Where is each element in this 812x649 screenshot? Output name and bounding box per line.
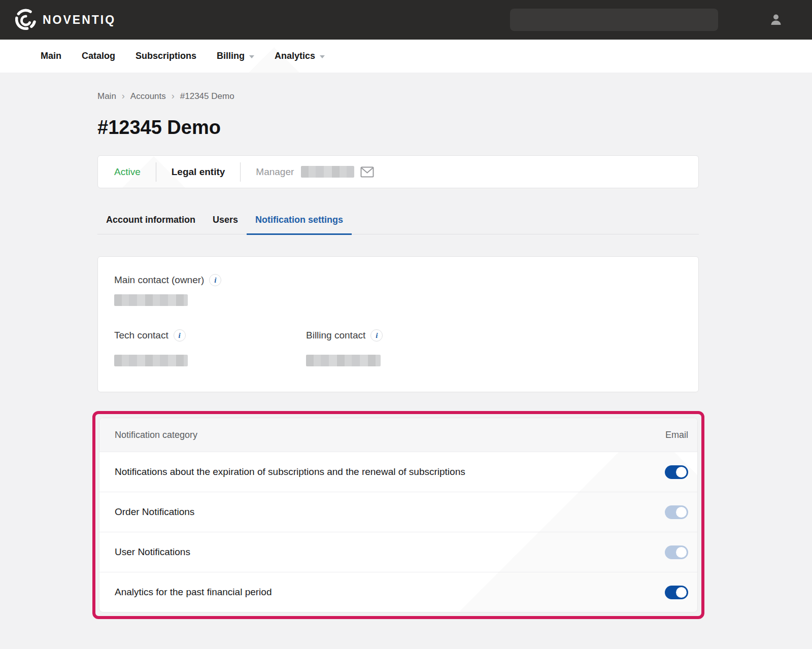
person-icon [769,13,783,27]
notification-row-label: Order Notifications [115,506,194,518]
table-row: User Notifications [99,532,697,572]
email-toggle-users [665,545,688,559]
account-tabs: Account information Users Notification s… [97,211,699,234]
breadcrumb-current: #12345 Demo [180,91,234,101]
billing-contact-label: Billing contact i [306,329,383,341]
notification-row-label: Notifications about the expiration of su… [115,466,465,477]
contacts-card: Main contact (owner) i Tech contact i Bi… [97,256,699,392]
column-header-email: Email [665,430,688,440]
user-account-button[interactable] [767,11,785,28]
page-content: Main › Accounts › #12345 Demo #12345 Dem… [0,73,812,649]
table-row: Order Notifications [99,492,697,532]
email-toggle-expiration[interactable] [665,465,688,479]
column-header-category: Notification category [115,430,197,440]
table-header-row: Notification category Email [99,418,697,452]
divider [240,162,241,182]
notification-row-label: Analytics for the past financial period [115,587,272,598]
nav-item-subscriptions[interactable]: Subscriptions [136,51,196,61]
nav-item-catalog[interactable]: Catalog [82,51,115,61]
nav-item-main[interactable]: Main [41,51,61,61]
toggle-knob [676,587,687,598]
nav-item-billing[interactable]: Billing [217,51,254,61]
info-icon[interactable]: i [209,274,221,286]
tab-account-information[interactable]: Account information [97,211,204,235]
tab-users[interactable]: Users [204,211,247,235]
breadcrumb-separator: › [172,91,175,101]
breadcrumb: Main › Accounts › #12345 Demo [97,73,699,101]
toggle-knob [676,467,687,477]
status-badge: Active [114,166,141,178]
breadcrumb-accounts[interactable]: Accounts [130,91,166,101]
redacted-manager-name [301,166,354,178]
search-input[interactable] [510,9,718,31]
toggle-knob [676,547,687,558]
redacted-billing-contact [306,355,381,366]
tab-notification-settings[interactable]: Notification settings [247,211,352,235]
noventiq-logo-icon [15,9,38,31]
tech-contact-label: Tech contact i [114,329,306,341]
page-title: #12345 Demo [97,116,699,139]
chevron-down-icon [249,55,254,58]
account-status-card: Active Legal entity Manager [97,155,699,188]
info-icon[interactable]: i [174,329,186,341]
info-icon[interactable]: i [370,329,383,341]
entity-type-label: Legal entity [172,166,225,178]
main-navigation: Main Catalog Subscriptions Billing Analy… [0,40,812,73]
email-envelope-icon[interactable] [360,166,374,178]
email-toggle-orders [665,505,688,519]
breadcrumb-main[interactable]: Main [97,91,116,101]
highlight-annotation: Notification category Email Notification… [92,411,704,619]
redacted-main-contact [114,294,188,306]
notification-settings-table: Notification category Email Notification… [99,418,698,612]
top-app-bar: NOVENTIQ [0,0,812,40]
toggle-knob [676,507,687,518]
brand-logo[interactable]: NOVENTIQ [15,9,116,31]
redacted-tech-contact [114,355,188,366]
email-toggle-analytics[interactable] [665,586,688,599]
table-row: Notifications about the expiration of su… [99,452,697,492]
notification-row-label: User Notifications [115,546,190,558]
main-contact-label: Main contact (owner) i [114,274,682,286]
chevron-down-icon [320,55,325,58]
brand-name: NOVENTIQ [43,13,116,27]
divider [156,162,156,182]
breadcrumb-separator: › [122,91,125,101]
table-row: Analytics for the past financial period [99,572,697,612]
nav-item-analytics[interactable]: Analytics [275,51,325,61]
manager-label: Manager [256,166,294,178]
